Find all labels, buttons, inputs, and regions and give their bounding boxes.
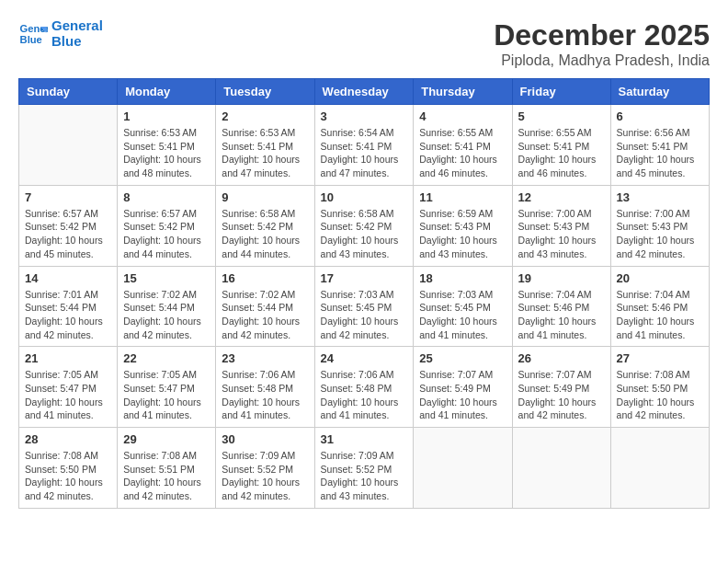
day-info: Sunrise: 7:03 AM Sunset: 5:45 PM Dayligh… — [321, 288, 408, 342]
calendar-header-cell: Sunday — [19, 79, 118, 105]
calendar-day-cell: 13Sunrise: 7:00 AM Sunset: 5:43 PM Dayli… — [610, 185, 709, 266]
day-info: Sunrise: 7:02 AM Sunset: 5:44 PM Dayligh… — [123, 288, 210, 342]
day-number: 4 — [419, 109, 506, 123]
day-number: 3 — [321, 109, 408, 123]
day-info: Sunrise: 7:08 AM Sunset: 5:51 PM Dayligh… — [123, 449, 210, 503]
day-number: 17 — [321, 271, 408, 285]
calendar-day-cell — [414, 428, 512, 509]
calendar-header-cell: Monday — [118, 79, 216, 105]
calendar-header-cell: Wednesday — [314, 79, 414, 105]
day-number: 9 — [222, 190, 308, 204]
day-info: Sunrise: 6:57 AM Sunset: 5:42 PM Dayligh… — [25, 207, 111, 261]
logo-icon: General Blue — [18, 19, 48, 49]
logo: General Blue General Blue — [18, 18, 103, 49]
calendar-day-cell: 14Sunrise: 7:01 AM Sunset: 5:44 PM Dayli… — [19, 266, 118, 347]
calendar-day-cell: 31Sunrise: 7:09 AM Sunset: 5:52 PM Dayli… — [314, 428, 414, 509]
day-number: 14 — [25, 271, 111, 285]
day-info: Sunrise: 7:09 AM Sunset: 5:52 PM Dayligh… — [222, 449, 308, 503]
day-info: Sunrise: 7:00 AM Sunset: 5:43 PM Dayligh… — [617, 207, 703, 261]
day-number: 2 — [222, 109, 308, 123]
calendar-day-cell: 5Sunrise: 6:55 AM Sunset: 5:41 PM Daylig… — [512, 105, 610, 186]
calendar-day-cell: 2Sunrise: 6:53 AM Sunset: 5:41 PM Daylig… — [216, 105, 314, 186]
day-number: 24 — [321, 351, 408, 365]
calendar-header-cell: Saturday — [610, 79, 709, 105]
day-number: 1 — [123, 109, 210, 123]
page-header: General Blue General Blue December 2025 … — [18, 18, 710, 69]
calendar-day-cell: 19Sunrise: 7:04 AM Sunset: 5:46 PM Dayli… — [512, 266, 610, 347]
calendar-day-cell: 4Sunrise: 6:55 AM Sunset: 5:41 PM Daylig… — [414, 105, 512, 186]
day-number: 13 — [617, 190, 703, 204]
calendar-week-row: 7Sunrise: 6:57 AM Sunset: 5:42 PM Daylig… — [19, 185, 710, 266]
calendar-day-cell: 27Sunrise: 7:08 AM Sunset: 5:50 PM Dayli… — [610, 347, 709, 428]
day-info: Sunrise: 7:04 AM Sunset: 5:46 PM Dayligh… — [617, 288, 703, 342]
day-info: Sunrise: 7:08 AM Sunset: 5:50 PM Dayligh… — [25, 449, 111, 503]
calendar-day-cell: 9Sunrise: 6:58 AM Sunset: 5:42 PM Daylig… — [216, 185, 314, 266]
day-number: 26 — [518, 351, 605, 365]
calendar-header-cell: Friday — [512, 79, 610, 105]
day-info: Sunrise: 6:57 AM Sunset: 5:42 PM Dayligh… — [123, 207, 210, 261]
calendar-day-cell: 23Sunrise: 7:06 AM Sunset: 5:48 PM Dayli… — [216, 347, 314, 428]
svg-text:Blue: Blue — [20, 33, 42, 44]
calendar-day-cell: 16Sunrise: 7:02 AM Sunset: 5:44 PM Dayli… — [216, 266, 314, 347]
day-number: 6 — [617, 109, 703, 123]
calendar: SundayMondayTuesdayWednesdayThursdayFrid… — [18, 78, 710, 509]
day-number: 16 — [222, 271, 308, 285]
day-info: Sunrise: 7:05 AM Sunset: 5:47 PM Dayligh… — [25, 368, 111, 422]
day-info: Sunrise: 7:09 AM Sunset: 5:52 PM Dayligh… — [321, 449, 408, 503]
calendar-day-cell: 8Sunrise: 6:57 AM Sunset: 5:42 PM Daylig… — [118, 185, 216, 266]
title-section: December 2025 Piploda, Madhya Pradesh, I… — [494, 18, 710, 69]
calendar-day-cell: 6Sunrise: 6:56 AM Sunset: 5:41 PM Daylig… — [610, 105, 709, 186]
day-number: 25 — [419, 351, 506, 365]
day-info: Sunrise: 7:06 AM Sunset: 5:48 PM Dayligh… — [321, 368, 408, 422]
calendar-day-cell — [19, 105, 118, 186]
day-number: 18 — [419, 271, 506, 285]
day-info: Sunrise: 7:04 AM Sunset: 5:46 PM Dayligh… — [518, 288, 605, 342]
day-info: Sunrise: 7:02 AM Sunset: 5:44 PM Dayligh… — [222, 288, 308, 342]
day-number: 30 — [222, 432, 308, 446]
month-title: December 2025 — [494, 18, 710, 52]
calendar-day-cell: 29Sunrise: 7:08 AM Sunset: 5:51 PM Dayli… — [118, 428, 216, 509]
day-info: Sunrise: 6:53 AM Sunset: 5:41 PM Dayligh… — [123, 126, 210, 180]
calendar-header-cell: Tuesday — [216, 79, 314, 105]
day-number: 29 — [123, 432, 210, 446]
day-info: Sunrise: 6:53 AM Sunset: 5:41 PM Dayligh… — [222, 126, 308, 180]
day-info: Sunrise: 7:03 AM Sunset: 5:45 PM Dayligh… — [419, 288, 506, 342]
day-info: Sunrise: 7:07 AM Sunset: 5:49 PM Dayligh… — [419, 368, 506, 422]
calendar-day-cell: 28Sunrise: 7:08 AM Sunset: 5:50 PM Dayli… — [19, 428, 118, 509]
day-info: Sunrise: 7:06 AM Sunset: 5:48 PM Dayligh… — [222, 368, 308, 422]
day-number: 23 — [222, 351, 308, 365]
calendar-day-cell: 22Sunrise: 7:05 AM Sunset: 5:47 PM Dayli… — [118, 347, 216, 428]
day-info: Sunrise: 7:01 AM Sunset: 5:44 PM Dayligh… — [25, 288, 111, 342]
calendar-day-cell: 24Sunrise: 7:06 AM Sunset: 5:48 PM Dayli… — [314, 347, 414, 428]
day-number: 21 — [25, 351, 111, 365]
calendar-day-cell: 15Sunrise: 7:02 AM Sunset: 5:44 PM Dayli… — [118, 266, 216, 347]
day-info: Sunrise: 7:05 AM Sunset: 5:47 PM Dayligh… — [123, 368, 210, 422]
calendar-header-cell: Thursday — [414, 79, 512, 105]
calendar-day-cell: 12Sunrise: 7:00 AM Sunset: 5:43 PM Dayli… — [512, 185, 610, 266]
calendar-day-cell — [512, 428, 610, 509]
calendar-day-cell: 25Sunrise: 7:07 AM Sunset: 5:49 PM Dayli… — [414, 347, 512, 428]
calendar-day-cell: 3Sunrise: 6:54 AM Sunset: 5:41 PM Daylig… — [314, 105, 414, 186]
calendar-day-cell: 7Sunrise: 6:57 AM Sunset: 5:42 PM Daylig… — [19, 185, 118, 266]
calendar-day-cell: 18Sunrise: 7:03 AM Sunset: 5:45 PM Dayli… — [414, 266, 512, 347]
calendar-day-cell: 20Sunrise: 7:04 AM Sunset: 5:46 PM Dayli… — [610, 266, 709, 347]
day-number: 28 — [25, 432, 111, 446]
calendar-header-row: SundayMondayTuesdayWednesdayThursdayFrid… — [19, 79, 710, 105]
day-number: 31 — [321, 432, 408, 446]
day-info: Sunrise: 6:58 AM Sunset: 5:42 PM Dayligh… — [222, 207, 308, 261]
calendar-body: 1Sunrise: 6:53 AM Sunset: 5:41 PM Daylig… — [19, 105, 710, 509]
day-number: 8 — [123, 190, 210, 204]
calendar-week-row: 28Sunrise: 7:08 AM Sunset: 5:50 PM Dayli… — [19, 428, 710, 509]
day-number: 19 — [518, 271, 605, 285]
day-number: 22 — [123, 351, 210, 365]
day-info: Sunrise: 6:55 AM Sunset: 5:41 PM Dayligh… — [419, 126, 506, 180]
day-info: Sunrise: 6:54 AM Sunset: 5:41 PM Dayligh… — [321, 126, 408, 180]
day-info: Sunrise: 7:08 AM Sunset: 5:50 PM Dayligh… — [617, 368, 703, 422]
day-number: 20 — [617, 271, 703, 285]
day-number: 10 — [321, 190, 408, 204]
calendar-day-cell: 21Sunrise: 7:05 AM Sunset: 5:47 PM Dayli… — [19, 347, 118, 428]
day-number: 15 — [123, 271, 210, 285]
calendar-day-cell: 17Sunrise: 7:03 AM Sunset: 5:45 PM Dayli… — [314, 266, 414, 347]
calendar-day-cell: 1Sunrise: 6:53 AM Sunset: 5:41 PM Daylig… — [118, 105, 216, 186]
calendar-week-row: 21Sunrise: 7:05 AM Sunset: 5:47 PM Dayli… — [19, 347, 710, 428]
